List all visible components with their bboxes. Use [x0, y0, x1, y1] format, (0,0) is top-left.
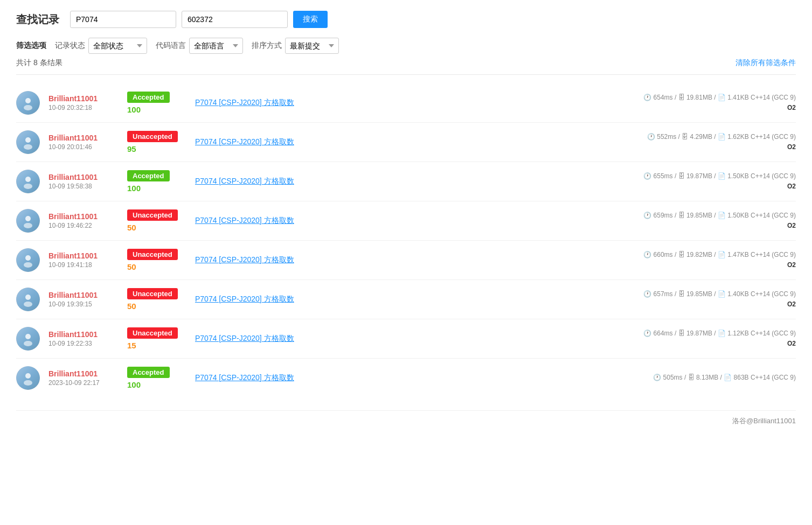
- avatar-image: [16, 327, 40, 351]
- svg-point-7: [24, 223, 32, 228]
- stats-col: 🕐 660ms / 🗄 19.82MB / 📄 1.47KB C++14 (GC…: [643, 250, 796, 270]
- svg-point-0: [25, 98, 31, 103]
- submit-time: 10-09 19:46:22: [48, 222, 119, 229]
- problem-link[interactable]: P7074 [CSP-J2020] 方格取数: [195, 216, 294, 225]
- svg-point-6: [25, 216, 31, 221]
- score-value: 100: [127, 380, 186, 389]
- search-id-input[interactable]: [182, 11, 288, 28]
- status-col: Unaccepted50: [127, 288, 186, 311]
- avatar: [16, 366, 40, 390]
- status-filter-select[interactable]: 全部状态 Accepted Unaccepted: [88, 38, 147, 54]
- status-col: Accepted100: [127, 170, 186, 193]
- language-filter-select[interactable]: 全部语言 C++14 C++17 Java Python3: [189, 38, 243, 54]
- search-row: 查找记录 搜索: [16, 11, 796, 28]
- stats-col: 🕐 552ms / 🗄 4.29MB / 📄 1.62KB C++14 (GCC…: [645, 132, 796, 152]
- footer: 洛谷@Brilliant11001: [16, 410, 796, 426]
- stats-opt: O2: [787, 300, 796, 308]
- avatar-image: [16, 366, 40, 390]
- problem-col: P7074 [CSP-J2020] 方格取数: [195, 295, 635, 304]
- status-badge: Accepted: [127, 92, 170, 103]
- avatar-image: [16, 130, 40, 154]
- table-row: Brilliant1100110-09 19:41:18Unaccepted50…: [16, 241, 796, 280]
- search-problem-input[interactable]: [70, 11, 176, 28]
- sort-filter-select[interactable]: 最新提交 最早提交 最高分 最低分: [285, 38, 339, 54]
- user-info: Brilliant1100110-09 19:58:38: [48, 173, 119, 190]
- user-info: Brilliant1100110-09 20:32:18: [48, 94, 119, 111]
- problem-link[interactable]: P7074 [CSP-J2020] 方格取数: [195, 137, 294, 146]
- svg-point-1: [24, 105, 32, 110]
- result-count: 共计 8 条结果: [16, 58, 63, 68]
- score-value: 50: [127, 302, 186, 311]
- user-name-link[interactable]: Brilliant11001: [48, 251, 119, 260]
- problem-link[interactable]: P7074 [CSP-J2020] 方格取数: [195, 98, 294, 107]
- status-col: Accepted100: [127, 367, 186, 389]
- user-name-link[interactable]: Brilliant11001: [48, 94, 119, 103]
- svg-point-14: [25, 373, 31, 379]
- filter-label: 筛选选项: [16, 41, 46, 51]
- user-info: Brilliant1100110-09 20:01:46: [48, 134, 119, 151]
- table-row: Brilliant1100110-09 19:22:33Unaccepted15…: [16, 319, 796, 359]
- stats-col: 🕐 655ms / 🗄 19.87MB / 📄 1.50KB C++14 (GC…: [643, 171, 796, 192]
- status-badge: Unaccepted: [127, 209, 178, 221]
- stats-opt: O2: [787, 222, 796, 229]
- stats-col: 🕐 505ms / 🗄 8.13MB / 📄 863B C++14 (GCC 9…: [645, 373, 796, 383]
- svg-point-10: [25, 295, 31, 300]
- user-info: Brilliant1100110-09 19:41:18: [48, 251, 119, 269]
- svg-point-13: [24, 341, 32, 346]
- clear-filters-link[interactable]: 清除所有筛选条件: [735, 58, 796, 68]
- status-badge: Accepted: [127, 367, 170, 378]
- problem-col: P7074 [CSP-J2020] 方格取数: [195, 98, 635, 108]
- status-badge: Accepted: [127, 170, 170, 181]
- submit-time: 2023-10-09 22:17: [48, 379, 119, 387]
- problem-link[interactable]: P7074 [CSP-J2020] 方格取数: [195, 295, 294, 303]
- problem-col: P7074 [CSP-J2020] 方格取数: [195, 137, 636, 147]
- status-badge: Unaccepted: [127, 288, 178, 299]
- stats-opt: O2: [787, 143, 796, 151]
- language-filter-group: 代码语言 全部语言 C++14 C++17 Java Python3: [156, 38, 243, 54]
- problem-col: P7074 [CSP-J2020] 方格取数: [195, 334, 635, 344]
- user-name-link[interactable]: Brilliant11001: [48, 291, 119, 299]
- stats-time-mem: 🕐 657ms / 🗄 19.85MB / 📄 1.40KB C++14 (GC…: [643, 290, 796, 298]
- avatar: [16, 130, 40, 154]
- user-name-link[interactable]: Brilliant11001: [48, 330, 119, 339]
- search-button[interactable]: 搜索: [293, 11, 328, 28]
- problem-link[interactable]: P7074 [CSP-J2020] 方格取数: [195, 255, 294, 264]
- user-name-link[interactable]: Brilliant11001: [48, 369, 119, 378]
- svg-point-11: [24, 302, 32, 307]
- svg-point-12: [25, 334, 31, 339]
- status-badge: Unaccepted: [127, 327, 178, 339]
- status-col: Unaccepted95: [127, 131, 186, 153]
- submit-time: 10-09 19:22:33: [48, 340, 119, 347]
- stats-time-mem: 🕐 552ms / 🗄 4.29MB / 📄 1.62KB C++14 (GCC…: [647, 133, 796, 141]
- svg-point-3: [24, 144, 32, 150]
- user-info: Brilliant1100110-09 19:39:15: [48, 291, 119, 308]
- problem-col: P7074 [CSP-J2020] 方格取数: [195, 373, 636, 383]
- avatar-image: [16, 288, 40, 311]
- submit-time: 10-09 19:58:38: [48, 183, 119, 190]
- status-badge: Unaccepted: [127, 131, 178, 142]
- avatar: [16, 170, 40, 193]
- divider: [16, 74, 796, 75]
- svg-point-5: [24, 184, 32, 189]
- problem-link[interactable]: P7074 [CSP-J2020] 方格取数: [195, 177, 294, 185]
- score-value: 15: [127, 341, 186, 350]
- user-info: Brilliant1100110-09 19:46:22: [48, 212, 119, 229]
- stats-opt: O2: [787, 104, 796, 111]
- user-name-link[interactable]: Brilliant11001: [48, 134, 119, 142]
- records-list: Brilliant1100110-09 20:32:18Accepted100P…: [16, 83, 796, 397]
- user-info: Brilliant110012023-10-09 22:17: [48, 369, 119, 387]
- user-name-link[interactable]: Brilliant11001: [48, 212, 119, 221]
- status-badge: Unaccepted: [127, 249, 178, 260]
- stats-opt: O2: [787, 183, 796, 190]
- avatar-image: [16, 248, 40, 272]
- filter-row: 筛选选项 记录状态 全部状态 Accepted Unaccepted 代码语言 …: [16, 38, 796, 54]
- problem-link[interactable]: P7074 [CSP-J2020] 方格取数: [195, 334, 294, 342]
- sort-filter-label: 排序方式: [252, 41, 282, 51]
- svg-point-8: [25, 255, 31, 261]
- table-row: Brilliant1100110-09 20:32:18Accepted100P…: [16, 83, 796, 123]
- user-name-link[interactable]: Brilliant11001: [48, 173, 119, 181]
- svg-point-4: [25, 177, 31, 182]
- stats-col: 🕐 657ms / 🗄 19.85MB / 📄 1.40KB C++14 (GC…: [643, 289, 796, 310]
- language-filter-label: 代码语言: [156, 41, 186, 51]
- problem-link[interactable]: P7074 [CSP-J2020] 方格取数: [195, 373, 294, 382]
